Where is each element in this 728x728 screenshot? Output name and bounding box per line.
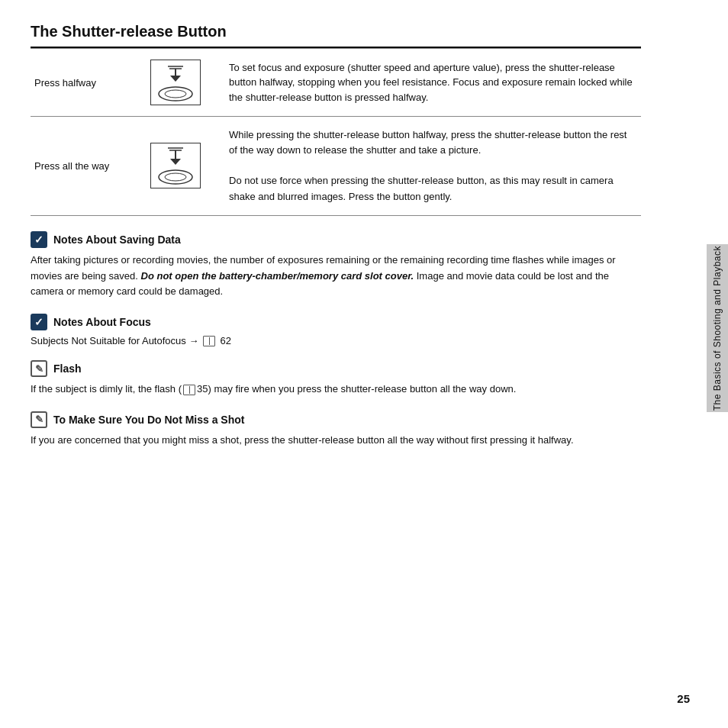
note-body-miss: If you are concerned that you might miss… — [31, 433, 641, 449]
note-header-flash: ✎ Flash — [31, 360, 641, 377]
row-description: While pressing the shutter-release butto… — [221, 117, 641, 216]
row-label: Press halfway — [31, 49, 130, 117]
shutter-icon-allway — [150, 143, 201, 188]
row-description: To set focus and exposure (shutter speed… — [221, 49, 641, 117]
page-title: The Shutter-release Button — [31, 23, 641, 48]
note-title-saving: Notes About Saving Data — [53, 234, 181, 246]
book-icon-flash — [183, 385, 195, 395]
shutter-icon-halfway — [150, 60, 201, 105]
svg-point-4 — [159, 87, 192, 101]
pencil-icon-flash: ✎ — [31, 360, 47, 377]
note-title-focus: Notes About Focus — [53, 316, 151, 328]
arrow-halfway-icon — [162, 63, 189, 85]
note-body-saving: After taking pictures or recording movie… — [31, 253, 641, 300]
row-icon — [130, 117, 221, 216]
book-icon-focus — [203, 336, 215, 346]
note-title-flash: Flash — [53, 362, 82, 375]
notes-miss-shot: ✎ To Make Sure You Do Not Miss a Shot If… — [31, 411, 641, 449]
side-tab-text: The Basics of Shooting and Playback — [712, 246, 723, 411]
side-tab: The Basics of Shooting and Playback — [707, 244, 728, 412]
svg-marker-3 — [170, 76, 181, 82]
note-title-miss: To Make Sure You Do Not Miss a Shot — [53, 414, 244, 426]
camera-body-icon2 — [157, 169, 194, 185]
row-icon — [130, 49, 221, 117]
table-row: Press all the way — [31, 117, 641, 216]
note-header-focus: ✓ Notes About Focus — [31, 314, 641, 330]
check-icon-focus: ✓ — [31, 314, 47, 330]
check-icon-saving: ✓ — [31, 231, 47, 248]
focus-link: Subjects Not Suitable for Autofocus → 62 — [31, 335, 641, 346]
table-row: Press halfway — [31, 49, 641, 117]
shutter-table: Press halfway — [31, 48, 641, 216]
notes-saving-data: ✓ Notes About Saving Data After taking p… — [31, 231, 641, 300]
camera-body-icon — [157, 86, 194, 101]
note-header-saving: ✓ Notes About Saving Data — [31, 231, 641, 248]
notes-flash: ✎ Flash If the subject is dimly lit, the… — [31, 360, 641, 398]
note-header-miss: ✎ To Make Sure You Do Not Miss a Shot — [31, 411, 641, 428]
pencil-icon-miss: ✎ — [31, 411, 47, 428]
svg-point-10 — [159, 170, 192, 184]
page-number: 25 — [677, 692, 690, 705]
arrow-allway-icon — [162, 147, 189, 168]
svg-point-11 — [165, 173, 186, 181]
notes-focus: ✓ Notes About Focus Subjects Not Suitabl… — [31, 314, 641, 346]
note-body-flash: If the subject is dimly lit, the flash (… — [31, 382, 641, 398]
row-label: Press all the way — [31, 117, 130, 216]
svg-marker-9 — [170, 159, 181, 165]
svg-point-5 — [165, 90, 186, 98]
